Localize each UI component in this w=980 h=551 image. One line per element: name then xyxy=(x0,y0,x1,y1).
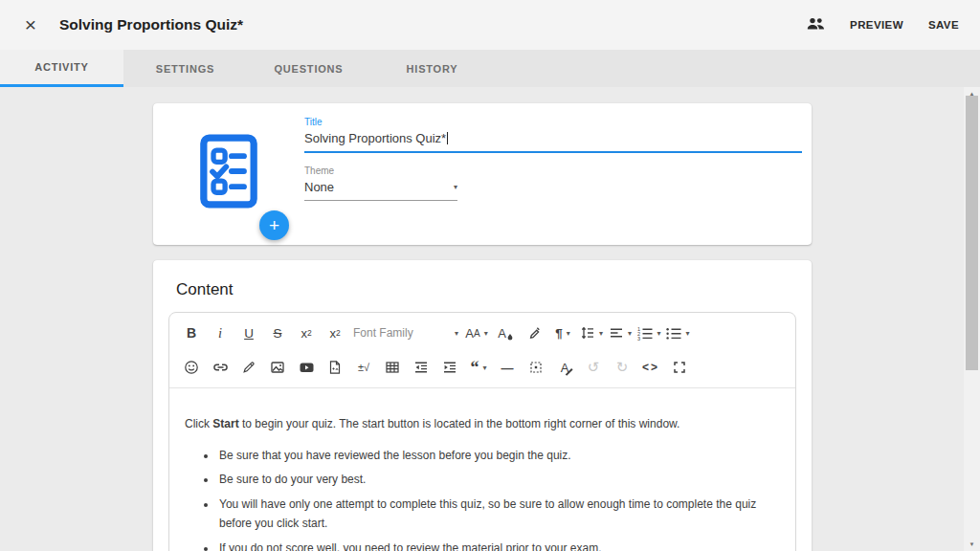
highlighter-icon xyxy=(526,325,542,341)
outdent-button[interactable] xyxy=(407,353,435,382)
bullet-item: You will have only one attempt to comple… xyxy=(217,496,780,534)
scroll-down-arrow-icon[interactable]: ▼ xyxy=(964,538,980,551)
activity-card: + Title Solving Proportions Quiz* Theme … xyxy=(153,103,812,245)
quote-icon: “ xyxy=(470,363,479,372)
theme-select[interactable]: None ▾ xyxy=(304,176,457,201)
tab-bar: ACTIVITY SETTINGS QUESTIONS HISTORY xyxy=(0,50,980,87)
select-all-icon xyxy=(528,360,544,375)
clear-formatting-icon: A xyxy=(561,361,569,375)
highlight-button[interactable] xyxy=(520,319,548,347)
ordered-list-icon: 1 2 3 xyxy=(636,325,653,341)
quote-dropdown[interactable]: “ ▾ xyxy=(464,353,493,382)
editor-bullet-list: Be sure that you have reviewed the lesso… xyxy=(185,447,780,551)
editor-paragraph-intro: Click Start to begin your quiz. The star… xyxy=(185,415,780,433)
select-all-button[interactable] xyxy=(522,353,550,382)
content-card: Content B i U S x2 x2 Font Family xyxy=(153,260,812,551)
tab-settings[interactable]: SETTINGS xyxy=(123,50,247,87)
tab-history[interactable]: HISTORY xyxy=(370,50,494,87)
undo-button[interactable]: ↺ xyxy=(579,353,608,382)
plus-icon: + xyxy=(269,215,279,236)
pencil-icon xyxy=(241,360,256,375)
header-actions: PREVIEW SAVE xyxy=(807,16,959,34)
clear-formatting-button[interactable]: A xyxy=(550,353,579,382)
redo-button[interactable]: ↻ xyxy=(608,353,636,382)
change-icon-button[interactable]: + xyxy=(259,210,289,240)
bold-button[interactable]: B xyxy=(177,319,206,347)
image-icon xyxy=(270,360,285,375)
underline-button[interactable]: U xyxy=(234,319,263,347)
intro-text: Click xyxy=(185,417,212,430)
chevron-down-icon: ▾ xyxy=(482,364,486,372)
preview-button[interactable]: PREVIEW xyxy=(850,19,903,31)
edit-pencil-button[interactable] xyxy=(234,353,263,382)
bullet-item: If you do not score well, you need to re… xyxy=(217,540,780,551)
main-scroll-area: + Title Solving Proportions Quiz* Theme … xyxy=(0,87,980,551)
indent-button[interactable] xyxy=(435,353,464,382)
tab-questions[interactable]: QUESTIONS xyxy=(247,50,370,87)
intro-bold-text: Start xyxy=(212,417,238,430)
activity-fields: Title Solving Proportions Quiz* Theme No… xyxy=(304,117,802,201)
subscript-button[interactable]: x2 xyxy=(292,319,321,347)
unordered-list-dropdown[interactable]: ▾ xyxy=(663,319,692,347)
line-height-dropdown[interactable]: ▾ xyxy=(577,319,606,347)
people-icon xyxy=(807,16,825,34)
align-dropdown[interactable]: ▾ xyxy=(606,319,635,347)
quiz-checklist-icon xyxy=(199,133,258,213)
font-family-dropdown[interactable]: Font Family ▾ xyxy=(349,319,462,347)
smiley-icon xyxy=(184,360,199,375)
ordered-list-dropdown[interactable]: 1 2 3 ▾ xyxy=(635,319,663,347)
page-title: Solving Proportions Quiz* xyxy=(59,16,243,33)
chevron-down-icon: ▾ xyxy=(599,329,603,338)
emoticons-button[interactable] xyxy=(177,353,206,382)
fullscreen-icon xyxy=(672,360,687,375)
theme-field: Theme None ▾ xyxy=(304,165,457,201)
outdent-icon xyxy=(413,360,429,375)
rich-text-editor: B i U S x2 x2 Font Family ▾ A xyxy=(168,312,796,551)
tab-activity[interactable]: ACTIVITY xyxy=(0,50,123,87)
insert-table-button[interactable] xyxy=(378,353,407,382)
chevron-down-icon: ▾ xyxy=(455,329,458,338)
vertical-scrollbar: ▲ ▼ xyxy=(964,87,980,551)
editor-toolbar: B i U S x2 x2 Font Family ▾ A xyxy=(169,313,795,388)
font-size-dropdown[interactable]: A A ▾ xyxy=(462,319,491,347)
save-button[interactable]: SAVE xyxy=(928,19,959,31)
italic-button[interactable]: i xyxy=(206,319,234,347)
scrollbar-thumb[interactable] xyxy=(966,96,978,370)
paragraph-format-dropdown[interactable]: ¶ ▾ xyxy=(548,319,577,347)
svg-text:3: 3 xyxy=(637,336,640,341)
close-icon[interactable]: × xyxy=(17,11,44,38)
toolbar-row-1: B i U S x2 x2 Font Family ▾ A xyxy=(177,316,788,350)
insert-link-button[interactable] xyxy=(206,353,234,382)
editor-content[interactable]: Click Start to begin your quiz. The star… xyxy=(169,388,795,551)
bullet-item: Be sure that you have reviewed the lesso… xyxy=(217,447,780,466)
theme-field-label: Theme xyxy=(304,165,457,176)
intro-text-after: to begin your quiz. The start button is … xyxy=(239,417,680,430)
strikethrough-button[interactable]: S xyxy=(263,319,292,347)
content-heading: Content xyxy=(153,260,812,312)
horizontal-line-button[interactable]: — xyxy=(493,353,522,382)
insert-equation-button[interactable]: ±√ xyxy=(349,353,378,382)
line-height-icon xyxy=(580,325,595,341)
chevron-down-icon: ▾ xyxy=(454,183,457,191)
superscript-digit: 2 xyxy=(336,328,341,338)
insert-math-file-button[interactable] xyxy=(321,353,349,382)
title-input[interactable]: Solving Proportions Quiz* xyxy=(304,127,802,153)
font-color-icon: A xyxy=(498,326,506,341)
insert-image-button[interactable] xyxy=(263,353,292,382)
align-left-icon xyxy=(609,325,624,341)
table-icon xyxy=(385,360,400,375)
superscript-button[interactable]: x2 xyxy=(321,319,349,347)
file-formula-icon xyxy=(327,360,343,375)
code-view-button[interactable]: <> xyxy=(636,353,665,382)
text-cursor xyxy=(447,132,448,144)
title-input-value: Solving Proportions Quiz* xyxy=(304,131,446,145)
font-family-label: Font Family xyxy=(353,326,413,340)
participants-button[interactable] xyxy=(807,16,825,34)
video-icon xyxy=(299,360,315,375)
font-color-button[interactable]: A xyxy=(491,319,520,347)
fullscreen-button[interactable] xyxy=(665,353,694,382)
toolbar-row-2: ±√ xyxy=(177,350,788,385)
bullet-item: Be sure to do your very best. xyxy=(217,471,780,490)
insert-video-button[interactable] xyxy=(292,353,321,382)
theme-select-value: None xyxy=(304,180,334,194)
